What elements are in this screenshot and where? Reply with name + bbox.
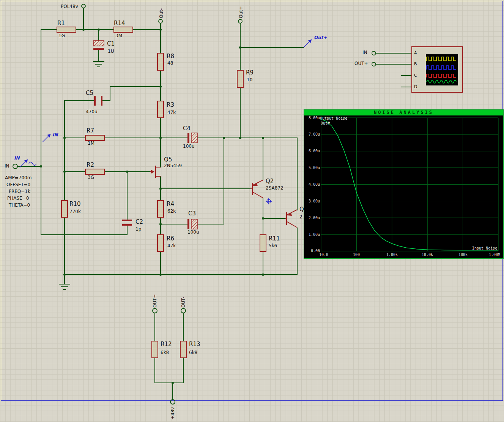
label-C5-ref: C5 — [86, 90, 93, 96]
resistor-R1[interactable] — [57, 27, 76, 32]
resistor-R6[interactable] — [158, 235, 164, 251]
terminal-out-plus-top[interactable] — [238, 19, 242, 23]
label-C1-val: 1U — [108, 49, 114, 54]
graph-x-ticks: 10.0 100 1.00k 10.0k 100k 1.00M — [319, 253, 500, 257]
label-Q2-ref: Q2 — [266, 178, 274, 185]
terminal-pol48v[interactable] — [82, 4, 85, 8]
scope-pin-d: D — [414, 85, 417, 89]
out-plus-probe-arrow[interactable] — [304, 40, 312, 47]
label-R4-ref: R4 — [167, 201, 174, 207]
label-R12-val: 6k8 — [161, 350, 169, 355]
terminal-in[interactable] — [13, 164, 17, 169]
transistor-Q2[interactable] — [250, 180, 263, 198]
label-R10-val: 770k — [69, 209, 81, 214]
label-C2-val: 1p — [135, 227, 141, 232]
label-C1-ref: C1 — [107, 41, 115, 47]
resistor-R14[interactable] — [114, 27, 133, 32]
capacitor-C5[interactable] — [94, 96, 102, 106]
noise-analysis-panel[interactable]: NOISE ANALYSIS 8.00u 7. — [304, 109, 504, 259]
capacitor-C1[interactable] — [93, 41, 104, 50]
terminal-plus48v[interactable] — [170, 400, 175, 404]
y-tick-8u: 8.00u — [309, 116, 320, 120]
x-tick-100k: 100k — [458, 253, 468, 257]
label-R9-val: 10 — [247, 77, 252, 82]
graph-legend-output-noise: Output Noise — [320, 116, 347, 120]
label-R6-val: 47k — [167, 243, 176, 248]
generator-prop-freq: FREQ=1k — [9, 189, 30, 194]
capacitor-C2[interactable] — [122, 220, 132, 226]
label-in-terminal: IN — [5, 164, 9, 169]
label-Q2-val: 2SA872 — [266, 186, 284, 191]
net-label-out-plus-top: Out+ — [239, 6, 244, 18]
label-R11-ref: R11 — [269, 235, 280, 242]
capacitor-C4[interactable] — [187, 133, 197, 143]
terminal-scope-out-plus[interactable] — [372, 62, 376, 66]
label-R4-val: 62k — [167, 209, 176, 214]
label-R11-val: 5k6 — [269, 243, 277, 248]
terminal-out-minus-top[interactable] — [159, 19, 162, 23]
y-tick-1u: 1.00u — [309, 232, 320, 237]
label-scope-out-plus: OUT+ — [354, 61, 368, 66]
net-label-plus48v: +48v — [170, 407, 175, 419]
label-R2-ref: R2 — [87, 162, 94, 168]
capacitor-C3[interactable] — [187, 219, 197, 229]
graph-grid — [321, 118, 498, 251]
scope-pin-c: C — [414, 73, 417, 78]
label-Q4-val: 2 — [299, 215, 302, 220]
resistor-R4[interactable] — [158, 201, 164, 217]
label-C4-val: 100u — [183, 144, 195, 149]
resistor-R8[interactable] — [158, 53, 164, 70]
transistor-Q5-jfet[interactable] — [150, 166, 161, 178]
x-tick-10: 10.0 — [319, 253, 328, 257]
label-R14-ref: R14 — [114, 20, 125, 27]
label-R2-val: 3G — [88, 175, 94, 180]
label-R13-ref: R13 — [189, 341, 200, 348]
in-probe-arrow[interactable] — [43, 134, 50, 142]
x-tick-100: 100 — [353, 253, 360, 257]
resistor-R12[interactable] — [152, 341, 158, 358]
y-tick-3u: 3.00u — [309, 199, 320, 203]
resistor-R10[interactable] — [61, 201, 68, 217]
y-tick-6u: 6.00u — [309, 149, 320, 153]
resistor-R3[interactable] — [158, 101, 164, 118]
y-tick-7u: 7.00u — [309, 132, 320, 136]
net-label-in-source: IN — [14, 156, 20, 161]
resistor-R9[interactable] — [237, 70, 243, 87]
generator-prop-theta: THETA=0 — [9, 203, 30, 208]
resistor-R13[interactable] — [180, 341, 186, 358]
resistor-R11[interactable] — [260, 235, 266, 251]
scope-pin-b: B — [414, 62, 417, 66]
terminal-out-plus-bottom[interactable] — [153, 308, 157, 313]
label-R1-ref: R1 — [57, 20, 65, 27]
label-C3-ref: C3 — [188, 210, 196, 217]
label-Q5-val: 2N5459 — [164, 163, 182, 168]
generator-prop-offset: OFFSET=0 — [6, 182, 30, 187]
oscilloscope[interactable] — [412, 47, 463, 92]
label-R13-val: 6k8 — [189, 350, 197, 355]
x-tick-1M: 1.00M — [489, 253, 500, 257]
transistor-Q4[interactable] — [285, 210, 297, 228]
y-tick-2u: 2.00u — [309, 216, 320, 220]
label-R1-val: 1G — [58, 33, 65, 38]
resistor-R2[interactable] — [85, 169, 104, 174]
label-R7-val: 1M — [88, 141, 94, 146]
resistor-R7[interactable] — [85, 135, 104, 141]
net-label-pol48v: POL48v — [61, 4, 78, 9]
ground-symbol — [59, 62, 104, 289]
generator-prop-phase: PHASE=0 — [7, 196, 29, 201]
net-label-out-minus-top: Out- — [159, 8, 164, 18]
label-R8-ref: R8 — [167, 53, 174, 60]
y-tick-0: 0.00 — [311, 249, 320, 253]
generator-prop-amp: AMP=700m — [5, 175, 32, 180]
label-R8-val: 48 — [167, 61, 173, 66]
noise-curve — [321, 119, 498, 250]
terminal-out-minus-bottom[interactable] — [181, 308, 186, 313]
y-tick-4u: 4.00u — [309, 182, 320, 187]
label-R14-val: 3M — [115, 33, 122, 38]
label-C3-val: 100u — [187, 230, 199, 235]
label-Q5-ref: Q5 — [164, 156, 172, 163]
label-R3-val: 47k — [167, 110, 176, 115]
scope-pin-a: A — [414, 51, 417, 55]
schematic-sheet[interactable]: POL48v R1 1G R14 3M C1 1U Out- R8 48 C5 … — [0, 0, 504, 422]
terminal-scope-in[interactable] — [372, 51, 376, 55]
